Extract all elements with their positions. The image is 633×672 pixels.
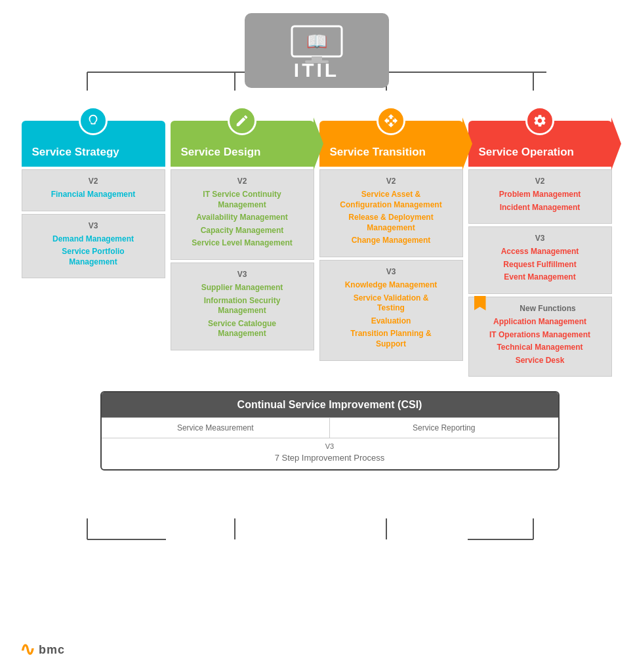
design-v2-box: V2 IT Service ContinuityManagement Avail… [171, 169, 314, 260]
strategy-v3-items: Demand Management Service PortfolioManag… [28, 234, 159, 268]
transition-v2-items: Service Asset &Configuration Management … [325, 190, 457, 246]
operation-new-functions-box: New Functions Application Management IT … [468, 297, 612, 377]
bmc-icon: ∿ [20, 640, 35, 659]
transition-item-7: Transition Planning &Support [325, 329, 457, 349]
operation-v3-box: V3 Access Management Request Fulfillment… [468, 226, 612, 294]
operation-title: Service Operation [476, 134, 575, 159]
transition-header: Service Transition [319, 121, 463, 167]
design-v3-label: V3 [176, 270, 308, 279]
strategy-v2-items: Financial Management [28, 190, 159, 200]
operation-v2-items: Problem Management Incident Management [474, 190, 606, 213]
strategy-v2-box: V2 Financial Management [22, 169, 165, 211]
transition-v3-items: Knowledge Management Service Validation … [325, 280, 457, 350]
design-item-2: Availability Management [176, 213, 308, 223]
csi-header: Continual Service Improvement (CSI) [102, 392, 558, 417]
operation-v2-label: V2 [474, 177, 606, 186]
bmc-text: bmc [39, 643, 65, 657]
csi-box: Continual Service Improvement (CSI) Serv… [100, 391, 560, 471]
csi-wrapper: Continual Service Improvement (CSI) Serv… [100, 391, 560, 471]
operation-v3-label: V3 [474, 234, 606, 243]
columns-wrapper: Service Strategy V2 Financial Management… [22, 106, 612, 377]
operation-item-6: Application Management [474, 317, 606, 327]
itil-logo-box: 📖 ITIL [245, 13, 389, 88]
column-strategy: Service Strategy V2 Financial Management… [22, 106, 165, 377]
strategy-item-2: Demand Management [28, 234, 159, 245]
operation-item-9: Service Desk [474, 356, 606, 366]
operation-item-5: Event Management [474, 272, 606, 283]
transition-v3-label: V3 [325, 267, 457, 276]
transition-item-1: Service Asset &Configuration Management [325, 190, 457, 210]
operation-item-7: IT Operations Management [474, 330, 606, 341]
strategy-v3-box: V3 Demand Management Service PortfolioMa… [22, 214, 165, 279]
transition-item-3: Change Management [325, 236, 457, 246]
csi-cell-measurement: Service Measurement [102, 418, 330, 438]
column-operation: Service Operation V2 Problem Management … [468, 106, 612, 377]
diagram-area: 📖 ITIL Service Strategy [22, 13, 612, 471]
transition-v2-box: V2 Service Asset &Configuration Manageme… [319, 169, 463, 257]
operation-item-4: Request Fulfillment [474, 260, 606, 270]
design-v2-items: IT Service ContinuityManagement Availabi… [176, 190, 308, 249]
strategy-circle [79, 106, 108, 135]
transition-icon [384, 114, 398, 128]
strategy-icon [86, 114, 100, 128]
column-design: Service Design V2 IT Service ContinuityM… [171, 106, 314, 377]
svg-text:📖: 📖 [306, 31, 328, 52]
operation-item-2: Incident Management [474, 203, 606, 213]
itil-title: ITIL [294, 59, 339, 81]
design-item-3: Capacity Management [176, 226, 308, 236]
design-item-6: Information SecurityManagement [176, 296, 308, 316]
operation-item-8: Technical Management [474, 343, 606, 353]
operation-icon [533, 114, 547, 128]
design-item-1: IT Service ContinuityManagement [176, 190, 308, 210]
strategy-item-3: Service PortfolioManagement [28, 247, 159, 267]
strategy-header: Service Strategy [22, 121, 165, 167]
csi-cell-reporting: Service Reporting [329, 418, 558, 438]
csi-v3-item: 7 Step Improvement Process [110, 453, 550, 463]
operation-new-functions-items: Application Management IT Operations Man… [474, 317, 606, 366]
operation-item-1: Problem Management [474, 190, 606, 200]
operation-v3-items: Access Management Request Fulfillment Ev… [474, 247, 606, 283]
transition-item-4: Knowledge Management [325, 280, 457, 291]
strategy-item-1: Financial Management [28, 190, 159, 200]
design-title: Service Design [178, 134, 261, 159]
strategy-v2-label: V2 [28, 177, 159, 186]
transition-v3-box: V3 Knowledge Management Service Validati… [319, 260, 463, 361]
transition-title: Service Transition [327, 134, 426, 159]
design-item-4: Service Level Management [176, 238, 308, 249]
transition-circle [377, 106, 405, 135]
operation-circle [525, 106, 554, 135]
transition-item-2: Release & DeploymentManagement [325, 213, 457, 233]
transition-item-5: Service Validation &Testing [325, 293, 457, 314]
design-icon [235, 114, 249, 128]
operation-item-3: Access Management [474, 247, 606, 257]
design-item-7: Service CatalogueManagement [176, 319, 308, 339]
design-v3-items: Supplier Management Information Security… [176, 283, 308, 339]
design-header: Service Design [171, 121, 314, 167]
design-circle [228, 106, 256, 135]
csi-v3-box: V3 7 Step Improvement Process [102, 438, 558, 469]
strategy-title: Service Strategy [30, 134, 119, 159]
strategy-v3-label: V3 [28, 221, 159, 230]
design-v3-box: V3 Supplier Management Information Secur… [171, 262, 314, 350]
csi-row1: Service Measurement Service Reporting [102, 417, 558, 438]
transition-item-6: Evaluation [325, 316, 457, 327]
operation-v2-box: V2 Problem Management Incident Managemen… [468, 169, 612, 224]
design-item-5: Supplier Management [176, 283, 308, 293]
new-functions-label: New Functions [474, 304, 606, 313]
monitor-icon: 📖 [291, 25, 343, 63]
operation-header: Service Operation [468, 121, 612, 167]
column-transition: Service Transition V2 Service Asset &Con… [319, 106, 463, 377]
csi-v3-label: V3 [110, 442, 550, 450]
bmc-logo: ∿ bmc [20, 640, 65, 659]
transition-v2-label: V2 [325, 177, 457, 186]
design-v2-label: V2 [176, 177, 308, 186]
